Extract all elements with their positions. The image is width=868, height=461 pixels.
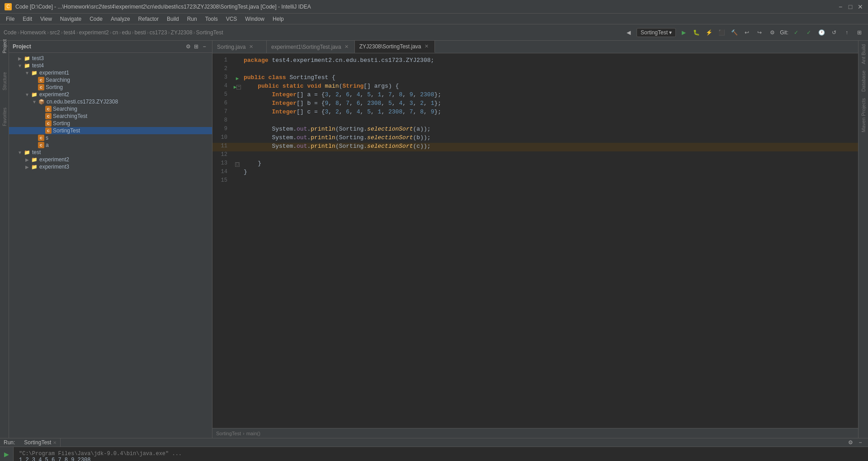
- breadcrumb-experiment2[interactable]: experiment2: [79, 29, 109, 36]
- editor-content[interactable]: 1 package test4.experiment2.cn.edu.besti…: [212, 53, 858, 428]
- tree-label-s: s: [46, 135, 48, 141]
- tree-arrow-test4: ▼: [16, 63, 24, 68]
- structure-icon[interactable]: Structure: [1, 78, 8, 85]
- tab-zyj2308-sortingtest[interactable]: ZYJ2308\SortingTest.java ✕: [355, 41, 435, 53]
- tree-arrow-test3: ▶: [16, 56, 24, 61]
- breadcrumb-zyj2308[interactable]: ZYJ2308: [171, 29, 193, 36]
- run-panel-tabs: Run: SortingTest ✕ ⚙ −: [0, 438, 868, 447]
- run-coverage-button[interactable]: ⚡: [704, 28, 714, 38]
- breadcrumb-cn[interactable]: cn: [113, 29, 118, 36]
- minimize-button[interactable]: −: [837, 4, 844, 10]
- tree-item-experiment2[interactable]: ▼ 📁 experiment2: [9, 91, 212, 98]
- tree-item-sortingtest[interactable]: C SortingTest: [9, 127, 212, 134]
- tree-item-searching-exp1[interactable]: C Searching: [9, 76, 212, 84]
- tree-item-experiment1[interactable]: ▼ 📁 experiment1: [9, 69, 212, 76]
- settings-button[interactable]: ⚙: [767, 28, 777, 38]
- run-config-selector[interactable]: SortingTest ▾: [637, 28, 676, 37]
- run-settings-button[interactable]: ⚙: [846, 438, 854, 447]
- git-clock[interactable]: 🕐: [816, 28, 826, 38]
- git-refresh[interactable]: ↺: [829, 28, 839, 38]
- run-button[interactable]: ▶: [679, 28, 689, 38]
- project-layout-button[interactable]: ⊞: [192, 42, 200, 51]
- breadcrumb-besti[interactable]: besti: [135, 29, 146, 36]
- breadcrumb-edu[interactable]: edu: [122, 29, 131, 36]
- tab-experiment1-close[interactable]: ✕: [344, 44, 350, 50]
- fold-button-4[interactable]: −: [236, 85, 241, 89]
- breadcrumb-test4[interactable]: test4: [64, 29, 75, 36]
- folder-icon-experiment2: 📁: [31, 91, 38, 98]
- menu-analyze[interactable]: Analyze: [107, 15, 134, 23]
- tree-item-test3[interactable]: ▶ 📁 test3: [9, 55, 212, 62]
- tree-label-sorting-exp1: Sorting: [46, 84, 63, 90]
- tree-item-sorting-exp1[interactable]: C Sorting: [9, 84, 212, 91]
- fold-button-13[interactable]: □: [235, 162, 240, 167]
- tree-item-test-exp2[interactable]: ▶ 📁 experiment2: [9, 156, 212, 163]
- menu-edit[interactable]: Edit: [19, 15, 36, 23]
- menu-navigate[interactable]: Navigate: [57, 15, 85, 23]
- redo-button[interactable]: ↪: [755, 28, 764, 38]
- menu-file[interactable]: File: [2, 15, 18, 23]
- tree-item-s[interactable]: C s: [9, 134, 212, 141]
- git-checkmark2[interactable]: ✓: [804, 28, 814, 38]
- package-icon: 📦: [38, 99, 45, 105]
- run-tab-close[interactable]: ✕: [53, 440, 57, 445]
- run-minimize-button[interactable]: −: [856, 438, 864, 447]
- editor-breadcrumb-class[interactable]: SortingTest: [216, 431, 241, 436]
- tree-item-searching-pkg[interactable]: C Searching: [9, 105, 212, 113]
- left-sidebar-icons: Project Structure Favorites: [0, 41, 9, 438]
- close-button[interactable]: ✕: [857, 4, 863, 10]
- git-push[interactable]: ↑: [842, 28, 852, 38]
- tree-item-a[interactable]: C a: [9, 141, 212, 149]
- menu-tools[interactable]: Tools: [202, 15, 222, 23]
- menu-run[interactable]: Run: [184, 15, 201, 23]
- tab-zyj2308-close[interactable]: ✕: [424, 43, 430, 50]
- project-settings-button[interactable]: ⚙: [184, 42, 192, 51]
- favorites-icon[interactable]: Favorites: [1, 113, 8, 120]
- tab-experiment1-sortingtest[interactable]: experiment1\SortingTest.java ✕: [267, 41, 355, 53]
- run-arrow-4[interactable]: ▶: [234, 84, 237, 90]
- maven-tab[interactable]: Maven Projects: [860, 96, 867, 134]
- database-tab[interactable]: Database: [860, 69, 867, 94]
- tree-item-searchingtest[interactable]: C SearchingTest: [9, 113, 212, 120]
- back-button[interactable]: ◀: [624, 28, 634, 38]
- tree-item-test[interactable]: ▼ 📁 test: [9, 149, 212, 156]
- class-icon-a: C: [38, 142, 44, 148]
- breadcrumb-homework[interactable]: Homework: [20, 29, 46, 36]
- menu-vcs[interactable]: VCS: [222, 15, 241, 23]
- run-play-button[interactable]: ▶: [2, 450, 11, 459]
- code-line-3: 3 ▶ public class SortingTest {: [212, 74, 858, 83]
- tree-item-test4[interactable]: ▼ 📁 test4: [9, 62, 212, 69]
- project-minimize-button[interactable]: −: [200, 42, 208, 51]
- editor-breadcrumb-method[interactable]: main(): [246, 431, 260, 436]
- tree-item-sorting-pkg[interactable]: C Sorting: [9, 120, 212, 127]
- menu-help[interactable]: Help: [269, 15, 288, 23]
- tab-sorting-java-close[interactable]: ✕: [248, 44, 254, 50]
- tree-item-test-exp3[interactable]: ▶ 📁 experiment3: [9, 163, 212, 170]
- menu-code[interactable]: Code: [86, 15, 106, 23]
- run-tab-sortingtest[interactable]: SortingTest ✕: [20, 438, 61, 447]
- maximize-button[interactable]: □: [847, 4, 854, 10]
- breadcrumb-sortingtest[interactable]: SortingTest: [196, 29, 223, 36]
- debug-button[interactable]: 🐛: [691, 28, 701, 38]
- git-checkmark1[interactable]: ✓: [791, 28, 801, 38]
- git-label: Git:: [780, 29, 788, 36]
- code-line-10: 10 System.out.println(Sorting.selectionS…: [212, 134, 858, 143]
- menu-refactor[interactable]: Refactor: [135, 15, 162, 23]
- project-icon[interactable]: Project: [1, 42, 8, 50]
- run-arrow-3[interactable]: ▶: [236, 75, 239, 81]
- menu-window[interactable]: Window: [241, 15, 268, 23]
- tree-item-package[interactable]: ▼ 📦 cn.edu.besti.cs1723.ZYJ2308: [9, 98, 212, 105]
- breadcrumb-src2[interactable]: src2: [50, 29, 60, 36]
- menu-view[interactable]: View: [37, 15, 56, 23]
- build-button[interactable]: 🔨: [729, 28, 739, 38]
- tree-label-test3: test3: [32, 55, 44, 61]
- breadcrumb-cs1723[interactable]: cs1723: [150, 29, 167, 36]
- tree-label-test4: test4: [32, 62, 44, 69]
- git-expand[interactable]: ⊞: [854, 28, 864, 38]
- tab-sorting-java[interactable]: Sorting.java ✕: [212, 41, 267, 53]
- stop-button[interactable]: ⬛: [717, 28, 726, 38]
- menu-build[interactable]: Build: [163, 15, 183, 23]
- ant-build-tab[interactable]: Ant Build: [860, 42, 867, 66]
- undo-button[interactable]: ↩: [742, 28, 752, 38]
- breadcrumb-code[interactable]: Code: [4, 29, 17, 36]
